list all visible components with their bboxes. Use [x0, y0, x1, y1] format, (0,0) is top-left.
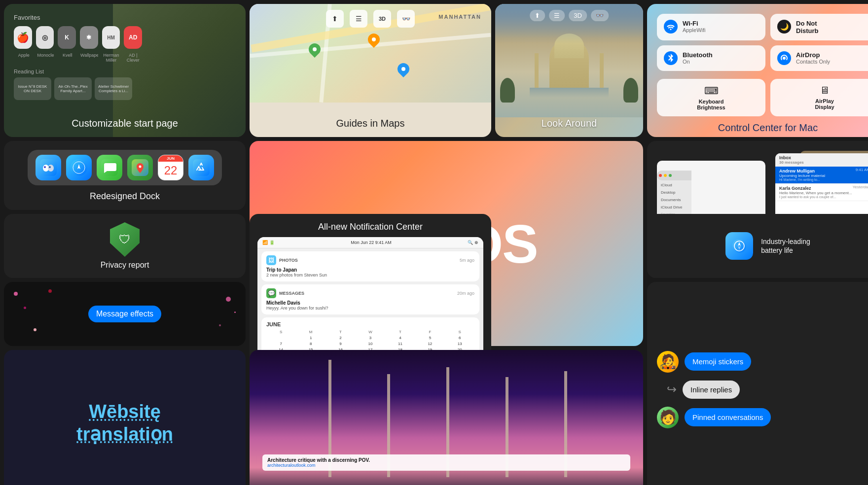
- reading-item-2[interactable]: Air-Oh-The..Plex Family Apart...: [54, 77, 92, 100]
- reading-item-1[interactable]: Issue N°8 DESK ON DESK: [14, 77, 51, 100]
- privacy-title: Privacy report: [101, 261, 149, 270]
- calendar-month: JUNE: [266, 321, 281, 327]
- notif-photos-name: PHOTOS: [279, 258, 298, 263]
- cc-airdrop-text: AirDrop Contacts Only: [796, 51, 830, 65]
- notif-messages-header: 💬 MESSAGES 20m ago: [266, 288, 474, 298]
- card-messages: 🧑‍🎤 Memoji stickers ↩ Inline replies 🧑 P…: [647, 282, 868, 485]
- mail-time-1: 9:41 AM: [856, 168, 868, 172]
- look-btn-nav[interactable]: ⬆: [530, 10, 545, 21]
- particle-7: [234, 312, 236, 313]
- maps-btn-nav[interactable]: ⬆: [326, 10, 344, 28]
- sidebar-docs[interactable]: Documents: [657, 196, 691, 204]
- pinned-text: Pinned conversations: [692, 413, 763, 421]
- notif-photos-title: Trip to Japan: [266, 267, 474, 273]
- cc-airdrop[interactable]: AirDrop Contacts Only: [770, 45, 868, 71]
- phone-header: 📶 🔋 Mon Jun 22 9:41 AM 🔍 ⊕: [257, 237, 483, 248]
- dnd-icon: 🌙: [777, 20, 791, 34]
- cc-wifi-name: Wi-Fi: [683, 20, 705, 27]
- dock-bar: JUN 22: [28, 150, 222, 185]
- mail-sender-1: Andrew Mulligan: [779, 169, 868, 173]
- cal-f: F: [415, 329, 444, 335]
- fav-hm[interactable]: HM: [102, 26, 120, 49]
- notif-photos-time: 5m ago: [460, 258, 474, 263]
- dock-messages[interactable]: [97, 155, 122, 180]
- dock-safari[interactable]: [66, 155, 92, 180]
- inline-reply-bubble: Inline replies: [683, 381, 740, 399]
- inline-reply-row: ↩ Inline replies: [657, 381, 868, 399]
- tree-1: [500, 78, 515, 103]
- card-web-translation: Wēbsitę trạnslatiọn: [4, 350, 246, 485]
- map-pin-green[interactable]: [306, 41, 323, 58]
- fav-ad[interactable]: AD: [124, 26, 142, 49]
- dock-finder[interactable]: [36, 155, 61, 180]
- memoji-text: Memoji stickers: [692, 357, 743, 366]
- pinned-row: 🧑 Pinned conversations: [657, 407, 868, 428]
- battery-icon: [725, 232, 753, 260]
- mail-item-2[interactable]: Karla Gonzalez Yesterday Hello Marlene, …: [775, 184, 868, 201]
- photos-app-icon: 🖼: [266, 255, 276, 265]
- cc-keyboard-name: KeyboardBrightness: [697, 99, 725, 110]
- translation-line2: trạnslatiọn: [76, 424, 173, 445]
- maps-btn-look[interactable]: 👓: [397, 10, 415, 28]
- cc-bluetooth[interactable]: Bluetooth On: [657, 45, 765, 71]
- favorites-row: 🍎 ◎ K ✱ HM AD: [14, 26, 142, 49]
- fav-wallpaper[interactable]: ✱: [80, 26, 98, 49]
- notif-messages-name: MESSAGES: [279, 291, 304, 296]
- mail-item-1[interactable]: Andrew Mulligan 9:41 AM Upcoming lecture…: [775, 167, 868, 184]
- card-maps: MANHATTAN ⬆ ☰ 3D 👓 Guides in Maps: [250, 4, 491, 137]
- fav-kvell[interactable]: K: [58, 26, 76, 49]
- notif-photos[interactable]: 🖼 PHOTOS 5m ago Trip to Japan 2 new phot…: [261, 251, 479, 281]
- maps-btn-3d[interactable]: 3D: [373, 10, 391, 28]
- look-btn-binoculars[interactable]: 👓: [591, 10, 609, 21]
- cc-airplay[interactable]: 🖥 AirPlayDisplay: [770, 79, 868, 116]
- notif-messages-sender: Michelle Davis: [266, 300, 474, 306]
- cc-dnd-text: Do Not Disturb: [796, 20, 819, 35]
- look-btn-3d[interactable]: 3D: [569, 10, 587, 21]
- mail-preview-1: Hi Marlene, I'm writing to...: [779, 178, 868, 181]
- dock-maps[interactable]: [127, 155, 153, 180]
- cal-s2: S: [445, 329, 474, 335]
- cal-s1: S: [266, 329, 295, 335]
- memoji-avatar: 🧑‍🎤: [657, 351, 679, 373]
- map-pin-blue[interactable]: [395, 61, 412, 77]
- battery-label-1: Industry-leading: [761, 238, 810, 245]
- card-look-around: ⬆ ☰ 3D 👓 Look Around: [495, 4, 643, 137]
- map-label: MANHATTAN: [438, 14, 481, 20]
- cc-wifi[interactable]: Wi-Fi AppleWifi: [657, 14, 765, 40]
- notif-messages[interactable]: 💬 MESSAGES 20m ago Michelle Davis Heyyy.…: [261, 284, 479, 314]
- dock-calendar[interactable]: JUN 22: [158, 155, 183, 180]
- phone-controls: 🔍 ⊕: [468, 240, 478, 245]
- reflection: [530, 88, 609, 98]
- reply-curve-icon: ↩: [667, 382, 677, 396]
- sidebar-icloud[interactable]: iCloud: [657, 181, 691, 189]
- dock-appstore[interactable]: [188, 155, 214, 180]
- msg-effects-bubble: Message effects: [88, 306, 161, 322]
- mail-header-text: Inbox: [779, 155, 868, 160]
- browser-content: Architecture critique with a discerning …: [257, 397, 635, 476]
- reading-label: Reading List: [14, 69, 142, 74]
- fav-monocle[interactable]: ◎: [36, 26, 54, 49]
- cc-bottom-row: ⌨ KeyboardBrightness 🖥 AirPlayDisplay: [657, 79, 868, 116]
- dock-title: Redesigned Dock: [90, 191, 160, 202]
- svg-point-4: [44, 166, 46, 168]
- particle-1: [14, 292, 18, 296]
- card-privacy: 🛡 Privacy report: [4, 214, 246, 278]
- look-around-toolbar: ⬆ ☰ 3D 👓: [530, 10, 609, 21]
- card-battery: Industry-leading battery life: [647, 214, 868, 278]
- look-btn-map[interactable]: ☰: [549, 10, 565, 21]
- translation-line1: Wēbsitę: [89, 401, 161, 422]
- messages-app-icon: 💬: [266, 288, 276, 298]
- cc-keyboard[interactable]: ⌨ KeyboardBrightness: [657, 79, 765, 116]
- sidebar-icloud-drive[interactable]: iCloud Drive: [657, 204, 691, 211]
- fav-apple[interactable]: 🍎: [14, 26, 32, 49]
- sidebar-desktop[interactable]: Desktop: [657, 189, 691, 196]
- airdrop-icon: [777, 51, 791, 65]
- inline-reply-text: Inline replies: [690, 385, 732, 394]
- cc-airplay-name: AirPlayDisplay: [815, 98, 834, 110]
- notification-title: All-new Notification Center: [257, 222, 483, 232]
- maps-btn-map[interactable]: ☰: [350, 10, 367, 28]
- cc-dnd[interactable]: 🌙 Do Not Disturb: [770, 14, 868, 40]
- particle-3: [226, 297, 231, 302]
- reading-item-3[interactable]: Atelier Schwitmer Completes a Li...: [95, 77, 132, 100]
- pinned-bubble: Pinned conversations: [685, 408, 771, 426]
